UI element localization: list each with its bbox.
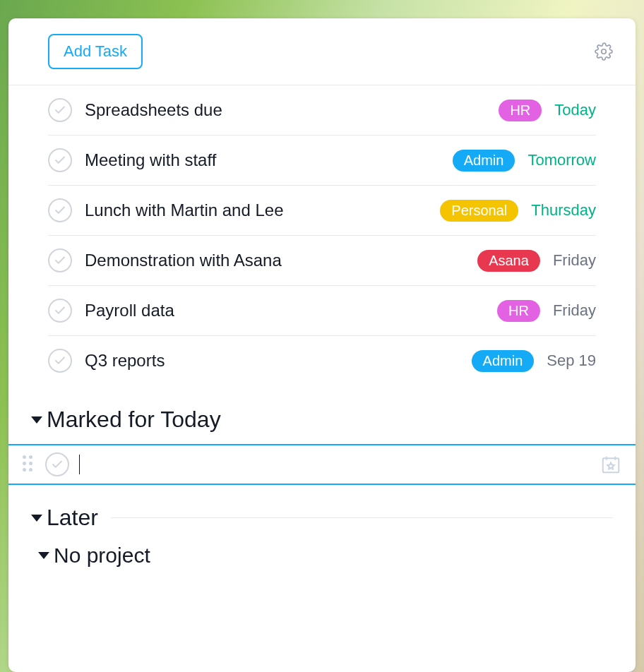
task-panel: Add Task Spreadsheets dueHRTodayMeeting …: [8, 18, 636, 672]
task-title: Q3 reports: [85, 351, 459, 371]
calendar-star-icon[interactable]: [600, 454, 621, 475]
task-tag[interactable]: Asana: [477, 250, 540, 272]
task-tag[interactable]: Admin: [472, 350, 535, 372]
task-row[interactable]: Demonstration with AsanaAsanaFriday: [48, 236, 596, 286]
task-row[interactable]: Lunch with Martin and LeePersonalThursda…: [48, 186, 596, 236]
task-complete-checkbox[interactable]: [48, 98, 72, 122]
task-row[interactable]: Payroll dataHRFriday: [48, 286, 596, 336]
task-due-date: Thursday: [531, 201, 596, 220]
task-complete-checkbox[interactable]: [48, 349, 72, 373]
svg-rect-1: [603, 458, 619, 472]
task-title: Meeting with staff: [85, 150, 440, 170]
section-header-later[interactable]: Later: [31, 505, 613, 531]
task-title: Demonstration with Asana: [85, 251, 465, 270]
task-title: Spreadsheets due: [85, 100, 486, 120]
text-cursor: [79, 455, 80, 474]
task-due-date: Friday: [553, 251, 596, 270]
task-tag[interactable]: HR: [499, 100, 542, 121]
task-due-date: Today: [554, 101, 596, 119]
task-row[interactable]: Meeting with staffAdminTomorrow: [48, 136, 596, 186]
new-task-row[interactable]: [8, 444, 636, 485]
task-title: Lunch with Martin and Lee: [85, 200, 427, 220]
add-task-button[interactable]: Add Task: [48, 34, 143, 69]
settings-icon[interactable]: [595, 42, 613, 61]
task-complete-checkbox[interactable]: [45, 452, 69, 476]
task-title: Payroll data: [85, 301, 484, 320]
task-complete-checkbox[interactable]: [48, 148, 72, 172]
section-title: Marked for Today: [47, 407, 221, 433]
task-due-date: Tomorrow: [527, 151, 596, 169]
task-tag[interactable]: HR: [497, 300, 540, 322]
task-due-date: Sep 19: [547, 352, 596, 370]
task-due-date: Friday: [553, 301, 596, 320]
section-title: No project: [54, 544, 150, 568]
task-row[interactable]: Spreadsheets dueHRToday: [48, 85, 596, 136]
caret-down-icon: [38, 552, 49, 559]
task-complete-checkbox[interactable]: [48, 248, 72, 272]
caret-down-icon: [31, 515, 42, 522]
section-header-no-project[interactable]: No project: [31, 544, 613, 568]
task-row[interactable]: Q3 reportsAdminSep 19: [48, 336, 596, 385]
new-task-input[interactable]: [90, 452, 590, 476]
section-marked-for-today: Marked for Today: [8, 385, 636, 485]
section-title: Later: [47, 505, 98, 531]
caret-down-icon: [31, 416, 42, 424]
task-tag[interactable]: Admin: [453, 150, 515, 172]
task-complete-checkbox[interactable]: [48, 198, 72, 222]
sections-lower: Later No project: [8, 485, 636, 568]
task-list: Spreadsheets dueHRTodayMeeting with staf…: [8, 85, 636, 385]
section-header-marked-for-today[interactable]: Marked for Today: [31, 407, 613, 433]
svg-point-0: [602, 49, 607, 54]
task-tag[interactable]: Personal: [440, 200, 518, 222]
task-complete-checkbox[interactable]: [48, 299, 72, 323]
panel-header: Add Task: [8, 18, 636, 85]
drag-handle-icon[interactable]: [23, 455, 35, 474]
